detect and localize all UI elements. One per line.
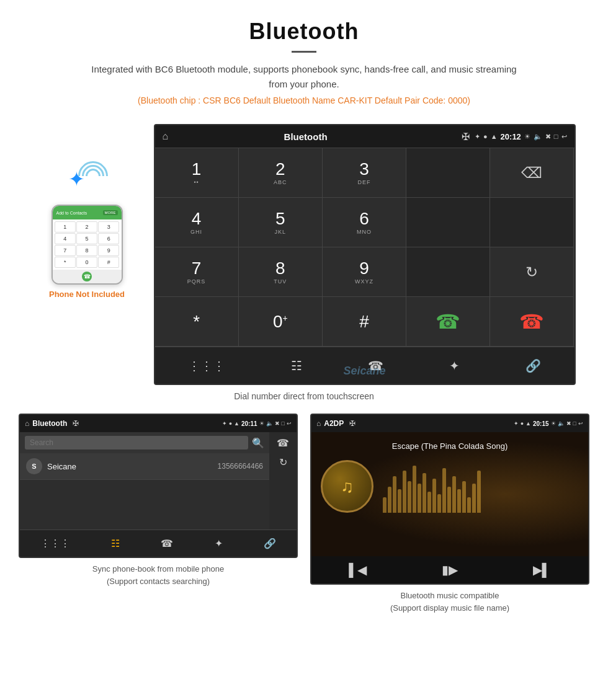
pb-nav-link[interactable]: 🔗 xyxy=(264,538,276,549)
phone-top-bar: Add to Contacts MORE xyxy=(53,206,122,219)
page-title: Bluetooth xyxy=(12,19,596,45)
phone-top-bar-text: Add to Contacts xyxy=(56,211,87,215)
bluetooth-status-icon: ✦ xyxy=(475,133,480,141)
eq-bar xyxy=(437,494,441,513)
phone-key: * xyxy=(55,257,76,268)
phone-nav-icon[interactable]: ☎ xyxy=(368,358,383,373)
pb-nav-dialpad[interactable]: ⋮⋮⋮ xyxy=(40,538,70,549)
dial-status-title: Bluetooth xyxy=(154,131,457,142)
music-caption-line2: (Support display music file name) xyxy=(390,603,509,613)
phone-dialpad: 1 2 3 4 5 6 7 8 9 * 0 # xyxy=(53,219,122,270)
pb-nav-phone[interactable]: ☎ xyxy=(161,538,173,549)
pb-sidebar-phone-icon[interactable]: ☎ xyxy=(277,437,289,449)
phone-key: 9 xyxy=(98,245,119,256)
dial-empty-2 xyxy=(406,198,490,247)
music-home-icon[interactable]: ⌂ xyxy=(316,419,321,428)
eq-bar xyxy=(477,471,481,513)
dial-refresh[interactable]: ↻ xyxy=(490,247,574,297)
dial-key-hash[interactable]: # xyxy=(323,297,406,347)
phone-mockup: Add to Contacts MORE 1 2 3 4 5 6 7 8 9 *… xyxy=(51,205,123,285)
bluetooth-nav-icon[interactable]: ✦ xyxy=(449,358,460,373)
status-time: 20:12 xyxy=(501,132,521,141)
eq-bar xyxy=(432,479,436,513)
music-equalizer xyxy=(383,460,579,513)
music-back-icon[interactable]: ↩ xyxy=(578,420,583,427)
dial-key-0[interactable]: 0+ xyxy=(239,297,323,347)
pb-sidebar: ☎ ↻ xyxy=(269,432,297,529)
pb-caption-line2: (Support contacts searching) xyxy=(107,577,210,586)
music-usb-icon: ✠ xyxy=(349,419,355,428)
dial-key-7[interactable]: 7 PQRS xyxy=(155,247,239,297)
music-status-icons: ✦ ● ▲ 20:15 ☀ 🔈 ✖ □ ↩ xyxy=(514,420,583,427)
dial-key-star[interactable]: * xyxy=(155,297,239,347)
eq-bar xyxy=(418,484,421,513)
bt-specs: (Bluetooth chip : CSR BC6 Default Blueto… xyxy=(12,95,596,105)
dial-empty-1 xyxy=(406,148,490,198)
phone-key: 4 xyxy=(55,233,76,244)
eq-bar xyxy=(408,481,411,513)
phone-key: 2 xyxy=(76,221,97,233)
back-icon[interactable]: ↩ xyxy=(561,133,567,141)
dialpad-nav-icon[interactable]: ⋮⋮⋮ xyxy=(188,358,225,373)
pb-vol-icon: 🔈 xyxy=(266,420,273,427)
pb-contact-row[interactable]: S Seicane 13566664466 xyxy=(20,453,269,480)
pb-back-icon[interactable]: ↩ xyxy=(287,420,292,427)
phone-key: # xyxy=(98,257,119,268)
x-icon: ✖ xyxy=(545,133,551,141)
music-time: 20:15 xyxy=(533,420,549,427)
dial-call-green[interactable]: ☎ xyxy=(406,297,490,347)
contacts-nav-icon[interactable]: ☷ xyxy=(291,358,302,373)
dial-key-3[interactable]: 3 DEF xyxy=(323,148,406,198)
dial-key-9[interactable]: 9 WXYZ xyxy=(323,247,406,297)
dial-call-red[interactable]: ☎ xyxy=(490,297,574,347)
pb-search-input[interactable] xyxy=(25,436,248,450)
phone-key: 6 xyxy=(98,233,119,244)
eq-bar xyxy=(442,468,446,513)
pb-nav-contacts[interactable]: ☷ xyxy=(111,538,120,549)
music-controls: ▌◀ ▮▶ ▶▌ xyxy=(311,556,588,583)
phone-key: 0 xyxy=(76,257,97,268)
dial-key-5[interactable]: 5 JKL xyxy=(239,198,323,247)
dial-key-1[interactable]: 1 •• xyxy=(155,148,239,198)
pb-statusbar: ⌂ Bluetooth ✠ ✦ ● ▲ 20:11 ☀ 🔈 ✖ □ ↩ xyxy=(20,415,297,432)
play-pause-icon[interactable]: ▮▶ xyxy=(442,562,458,577)
music-block: ⌂ A2DP ✠ ✦ ● ▲ 20:15 ☀ 🔈 ✖ □ ↩ Esc xyxy=(310,414,589,614)
pb-caption: Sync phone-book from mobile phone (Suppo… xyxy=(92,563,224,587)
phone-top-bar-btn: MORE xyxy=(103,210,118,215)
music-album-art: ♫ xyxy=(321,460,373,513)
pb-sidebar-refresh-icon[interactable]: ↻ xyxy=(279,456,287,468)
pb-contact-number: 13566664466 xyxy=(218,462,263,471)
eq-bar xyxy=(467,497,471,513)
pb-avatar: S xyxy=(26,458,42,474)
dial-key-2[interactable]: 2 ABC xyxy=(239,148,323,198)
dial-screen-wrapper: ⌂ Bluetooth ✠ ✦ ● ▲ 20:12 ☀ 🔈 ✖ □ ↩ xyxy=(154,124,576,385)
music-song-title: Escape (The Pina Colada Song) xyxy=(392,441,507,451)
next-track-icon[interactable]: ▶▌ xyxy=(533,562,551,577)
bottom-screenshots: ⌂ Bluetooth ✠ ✦ ● ▲ 20:11 ☀ 🔈 ✖ □ ↩ xyxy=(0,414,608,626)
music-loc-icon: ● xyxy=(521,420,524,427)
pb-x-icon: ✖ xyxy=(275,420,280,427)
link-nav-icon[interactable]: 🔗 xyxy=(525,358,541,373)
phone-key: 8 xyxy=(76,245,97,256)
dial-nav-bar: ⋮⋮⋮ ☷ ☎ ✦ 🔗 xyxy=(155,347,574,384)
eq-bar xyxy=(427,492,431,513)
pb-nav-bt[interactable]: ✦ xyxy=(215,538,223,549)
phone-bottom: ☎ xyxy=(53,270,122,283)
dial-empty-4 xyxy=(406,247,490,297)
signal-icon: ▲ xyxy=(491,133,498,140)
dial-key-8[interactable]: 8 TUV xyxy=(239,247,323,297)
eq-bar xyxy=(462,481,466,513)
pb-body: 🔍 S Seicane 13566664466 ☎ ↻ xyxy=(20,432,297,529)
pb-cam-icon: ☀ xyxy=(259,420,264,427)
dial-backspace[interactable]: ⌫ xyxy=(490,148,574,198)
window-icon: □ xyxy=(554,133,558,140)
prev-track-icon[interactable]: ▌◀ xyxy=(349,562,367,577)
search-icon[interactable]: 🔍 xyxy=(252,437,264,449)
pb-time: 20:11 xyxy=(241,420,257,427)
pb-win-icon: □ xyxy=(282,420,285,427)
dial-key-6[interactable]: 6 MNO xyxy=(323,198,406,247)
pb-home-icon[interactable]: ⌂ xyxy=(25,419,29,428)
dial-key-4[interactable]: 4 GHI xyxy=(155,198,239,247)
volume-icon: 🔈 xyxy=(534,133,542,141)
pb-status-icons: ✦ ● ▲ 20:11 ☀ 🔈 ✖ □ ↩ xyxy=(222,420,292,427)
